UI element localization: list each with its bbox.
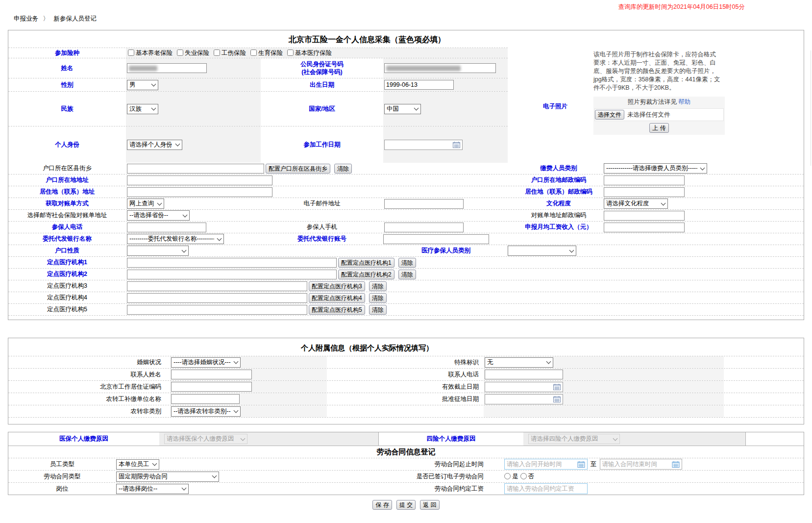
mail-statement-province-select[interactable]: --请选择省份-- [127,210,190,221]
hukou-type-label: 户口性质 [8,245,126,256]
name-input[interactable] [127,63,207,73]
monthly-salary-input[interactable] [604,223,685,232]
work-permit-input[interactable] [171,382,252,392]
contact-name-input[interactable] [171,370,252,379]
birth-date-label: 出生日期 [261,78,383,91]
insured-phone-input[interactable] [127,223,206,232]
contract-wage-input[interactable]: 请输入劳动合同约定工资 [504,483,588,494]
row-marriage-special: 婚姻状况 ----请选择婚姻状况---- 特殊标识 无 [8,356,804,369]
birth-date-input[interactable] [384,80,454,90]
name-label: 姓名 [8,58,126,78]
medical-org1-input[interactable] [127,258,337,268]
living-address-label: 居住地（联系）地址 [8,186,126,198]
contract-end-date-input[interactable]: 请输入合同结束时间 [600,459,682,470]
hukou-type-select[interactable] [127,246,189,256]
hukou-zip-input[interactable] [604,175,685,185]
e-contract-no-radio[interactable] [520,473,527,479]
back-button[interactable]: 返 回 [420,500,439,510]
checkbox-medical[interactable]: 基本医疗保险 [287,49,332,57]
employee-type-select[interactable]: 本单位员工 [116,459,159,470]
gender-select[interactable]: 男 [127,80,158,90]
medical-insured-type-select[interactable] [508,246,576,256]
checkbox-unemployment[interactable]: 失业保险 [177,49,209,57]
work-injury-checkbox[interactable] [214,50,220,56]
maternity-checkbox[interactable] [250,50,257,56]
land-approval-date-input[interactable] [485,394,563,404]
checkbox-maternity[interactable]: 生育保险 [250,49,283,57]
e-contract-no-option[interactable]: 否 [520,473,535,481]
contract-type-select[interactable]: 固定期限劳动合同 [116,472,219,482]
checkbox-pension[interactable]: 基本养老保险 [128,49,172,57]
medical-org5-label: 定点医疗机构5 [8,304,126,315]
configure-medical-org5-button[interactable]: 配置定点医疗机构5 [309,305,365,315]
pension-checkbox[interactable] [128,50,134,56]
special-flag-select[interactable]: 无 [485,357,553,368]
work-date-input[interactable] [384,140,463,150]
upload-button[interactable]: 上 传 [649,123,668,133]
education-select[interactable]: 请选择文化程度 [604,199,668,209]
configure-medical-org4-button[interactable]: 配置定点医疗机构4 [309,293,365,303]
photo-help-link[interactable]: 帮助 [678,99,690,105]
identity-field-cell: 请选择个人身份 [126,126,261,163]
configure-medical-org2-button[interactable]: 配置定点医疗机构2 [338,270,394,279]
clear-hukou-area-button[interactable]: 清除 [334,164,352,174]
clear-medical-org2-button[interactable]: 清除 [398,270,416,279]
living-address-input[interactable] [127,187,272,197]
statement-zip-input[interactable] [604,211,685,221]
medical-checkbox[interactable] [287,50,294,56]
checkbox-work-injury[interactable]: 工伤保险 [214,49,246,57]
contract-type-label: 劳动合同类型 [8,471,116,482]
e-contract-yes-option[interactable]: 是 [504,473,518,481]
post-select[interactable]: --请选择岗位-- [116,484,189,494]
medical-org3-input[interactable] [127,281,307,291]
medical-org5-input[interactable] [127,305,307,315]
hukou-address-input[interactable] [127,175,272,185]
e-contract-yes-radio[interactable] [504,473,511,479]
contract-end-placeholder: 请输入合同结束时间 [602,460,658,469]
breadcrumb-item-new-insured-registration[interactable]: 新参保人员登记 [53,15,97,22]
valid-until-input[interactable] [485,382,563,392]
choose-file-button[interactable]: 选择文件 [595,110,624,120]
file-input[interactable]: 选择文件 未选择任何文件 [594,108,724,121]
chevron-down-icon [151,106,156,111]
row-hukou-type: 户口性质 医疗参保人员类别 [8,245,804,257]
nzg-unit-input[interactable] [171,394,240,404]
country-select[interactable]: 中国 [384,104,421,114]
nzf-type-select[interactable]: --请选择农转非类别-- [171,406,241,417]
save-button[interactable]: 保 存 [372,500,392,510]
row-bank: 委托代发银行名称 ---------委托代发银行名称--------- 委托代发… [8,233,804,245]
clear-medical-org4-button[interactable]: 清除 [369,293,387,303]
living-zip-input[interactable] [604,187,685,197]
contract-start-date-input[interactable]: 请输入合同开始时间 [504,459,588,470]
id-number-input[interactable] [384,63,496,73]
configure-medical-org1-button[interactable]: 配置定点医疗机构1 [338,258,394,268]
row-ethnic-country: 民族 汉族 国家/地区 中国 [8,92,508,126]
breadcrumb-item-declare-business[interactable]: 申报业务 [14,15,38,22]
hukou-area-input[interactable] [127,164,264,174]
nzf-type-label: 农转非类别 [8,405,170,417]
insured-mobile-input[interactable] [384,223,464,232]
configure-hukou-area-button[interactable]: 配置户口所在区县街乡 [266,164,330,174]
ethnic-select[interactable]: 汉族 [127,104,158,114]
unemployment-checkbox[interactable] [177,50,183,56]
contract-wage-label: 劳动合同约定工资 [391,483,484,495]
row-nzg-unit: 农转工补缴单位名称 批准征地日期 [8,393,804,405]
medical-org2-input[interactable] [127,270,337,279]
contact-phone-input[interactable] [485,370,563,379]
email-input[interactable] [384,199,464,209]
marriage-select[interactable]: ----请选择婚姻状况---- [171,357,241,368]
bank-account-label: 委托代发银行账号 [261,233,383,245]
bank-name-select[interactable]: ---------委托代发银行名称--------- [127,234,224,244]
submit-button[interactable]: 提 交 [396,500,416,510]
identity-select[interactable]: 请选择个人身份 [127,140,182,150]
medical-org4-input[interactable] [127,293,307,303]
clear-medical-org1-button[interactable]: 清除 [398,258,416,268]
statement-mode-select[interactable]: 网上查询 [127,199,164,209]
configure-medical-org3-button[interactable]: 配置定点医疗机构3 [309,281,365,291]
name-field-cell [126,58,261,78]
work-date-field-cell [383,126,508,163]
chevron-down-icon [151,82,156,87]
bank-account-input[interactable] [383,234,489,244]
clear-medical-org3-button[interactable]: 清除 [369,281,387,291]
clear-medical-org5-button[interactable]: 清除 [369,305,387,315]
